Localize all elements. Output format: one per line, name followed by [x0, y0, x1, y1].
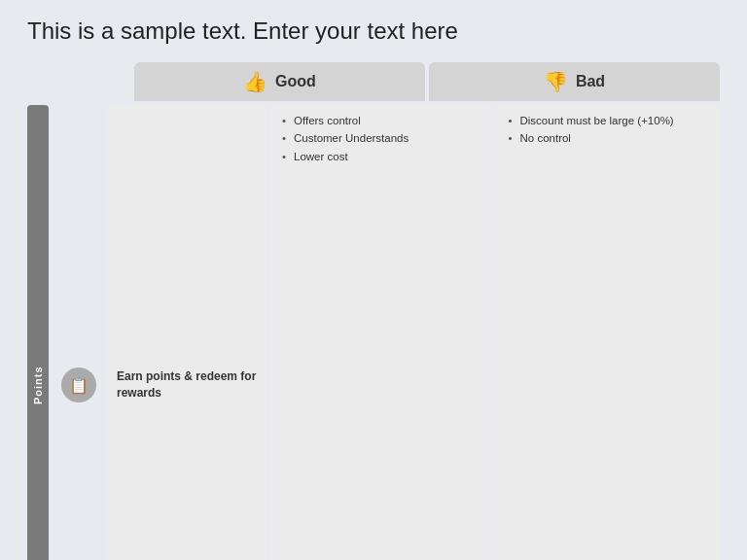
side-label: Points [27, 105, 49, 560]
row-icon: 📋 [61, 368, 96, 402]
description-cell: Earn points & redeem for rewards [107, 105, 267, 560]
bad-item: Discount must be large (+10%) [509, 113, 709, 129]
good-label: Good [275, 73, 316, 90]
bad-label: Bad [576, 73, 605, 90]
table-header: 👍 Good 👎 Bad [134, 62, 720, 101]
good-item: Lower cost [282, 149, 482, 165]
thumbs-up-icon: 👍 [243, 70, 267, 93]
bad-cell: Discount must be large (+10%)No control [497, 105, 721, 560]
table-body: Points📋Earn points & redeem for rewardsO… [27, 105, 720, 560]
good-cell: Offers controlCustomer UnderstandsLower … [270, 105, 494, 560]
icon-cell: 📋 [54, 105, 103, 560]
table-row: Points📋Earn points & redeem for rewardsO… [27, 105, 720, 560]
side-label-wrapper: Points [27, 105, 51, 560]
page-title: This is a sample text. Enter your text h… [27, 18, 720, 45]
thumbs-down-icon: 👎 [544, 70, 568, 93]
bad-item: No control [509, 130, 709, 147]
good-item: Customer Understands [282, 130, 482, 147]
good-header: 👍 Good [134, 62, 425, 101]
comparison-table: 👍 Good 👎 Bad Points📋Earn points & redeem… [27, 62, 720, 560]
good-item: Offers control [282, 113, 482, 129]
bad-header: 👎 Bad [429, 62, 720, 101]
